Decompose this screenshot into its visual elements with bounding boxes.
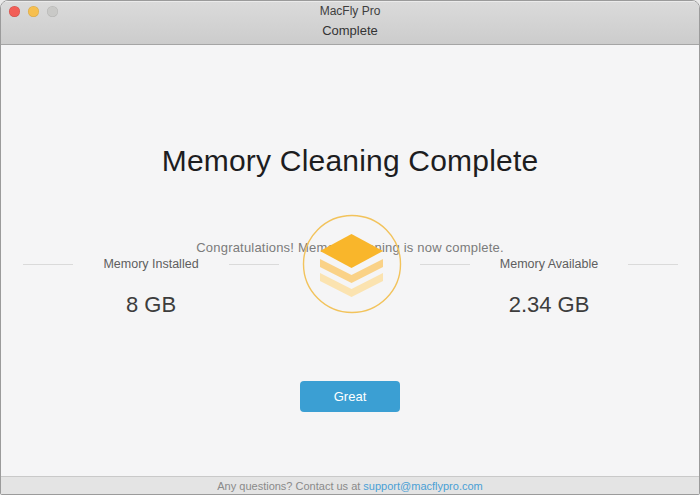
divider-line [23,264,73,265]
great-button[interactable]: Great [300,381,400,412]
page-title-text: Memory Cleaning Complete [162,144,539,177]
view-title: Complete [1,23,699,38]
app-title: MacFly Pro [1,4,699,18]
memory-available-value: 2.34 GB [399,292,699,318]
memory-available-label: Memory Available [500,257,598,271]
main-content: Memory Cleaning Complete Congratulations… [1,45,699,476]
memory-installed-value: 8 GB [1,292,301,318]
memory-layers-icon [302,214,402,314]
memory-installed-label-row: Memory Installed [1,257,301,271]
divider-line [628,264,678,265]
memory-available-label-row: Memory Available [399,257,699,271]
memory-available-section: Memory Available 2.34 GB [399,257,699,318]
footer-text: Any questions? Contact us at [217,480,360,492]
footer-bar: Any questions? Contact us at support@mac… [1,476,699,494]
memory-installed-label: Memory Installed [103,257,198,271]
support-email-link[interactable]: support@macflypro.com [363,480,482,492]
divider-line [229,264,279,265]
app-window: MacFly Pro Complete Memory Cleaning Comp… [0,0,700,495]
divider-line [420,264,470,265]
page-title: Memory Cleaning Complete Congratulations… [1,144,699,178]
titlebar: MacFly Pro Complete [1,1,699,45]
memory-installed-section: Memory Installed 8 GB [1,257,301,318]
